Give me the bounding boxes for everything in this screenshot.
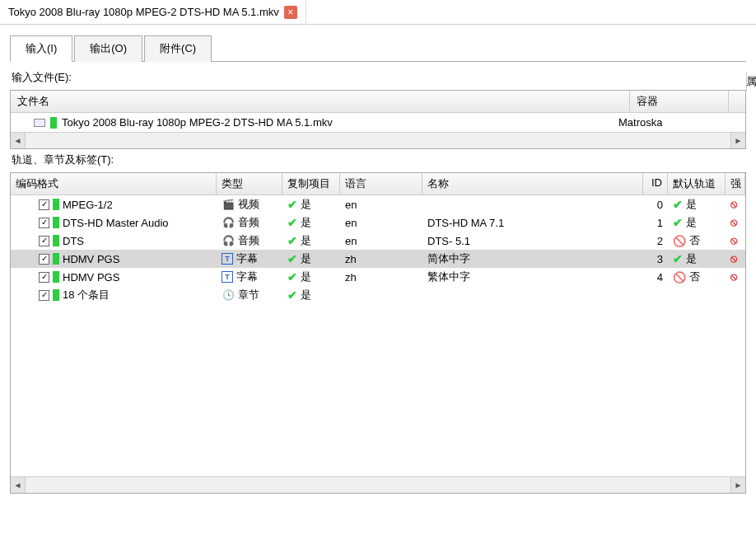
tab-output[interactable]: 输出(O) xyxy=(74,35,142,62)
track-type: 音频 xyxy=(238,215,259,230)
tracks-scrollbar[interactable]: ◄ ► xyxy=(11,476,745,493)
track-type: 字幕 xyxy=(236,251,258,266)
track-lang: zh xyxy=(340,271,422,284)
file-container: Matroska xyxy=(618,116,717,129)
track-codec: 18 个条目 xyxy=(63,288,110,302)
check-icon: ✔ xyxy=(287,198,297,211)
input-files-label: 输入文件(E): xyxy=(12,70,746,85)
document-tab-title: Tokyo 2008 Blu-ray 1080p MPEG-2 DTS-HD M… xyxy=(8,6,279,18)
tab-attachments[interactable]: 附件(C) xyxy=(144,35,212,62)
track-row[interactable]: HDMV PGST字幕✔是zh简体中字3✔是⦸ xyxy=(11,250,745,268)
track-lang: en xyxy=(340,217,422,229)
col-id[interactable]: ID xyxy=(643,173,668,195)
track-id: 2 xyxy=(643,235,668,247)
input-files-header: 文件名 容器 xyxy=(11,91,745,113)
track-codec: HDMV PGS xyxy=(63,253,119,265)
tracks-label: 轨道、章节及标签(T): xyxy=(12,152,746,167)
track-default: 否 xyxy=(689,233,700,248)
status-indicator-icon xyxy=(53,199,59,210)
check-icon: ✔ xyxy=(287,288,297,302)
scroll-left-icon[interactable]: ◄ xyxy=(11,133,26,148)
track-row[interactable]: 18 个条目🕓章节✔是 xyxy=(11,286,745,304)
track-default: 是 xyxy=(686,251,697,266)
status-indicator-icon xyxy=(53,235,59,246)
track-checkbox[interactable] xyxy=(39,199,49,210)
track-checkbox[interactable] xyxy=(39,254,49,265)
track-default: 是 xyxy=(686,197,697,212)
track-type: 视频 xyxy=(238,197,259,212)
check-icon: ✔ xyxy=(287,216,297,229)
track-name: DTS-HD MA 7.1 xyxy=(422,217,643,229)
tracks-header: 编码格式 类型 复制项目 语言 名称 ID 默认轨道 强 xyxy=(11,173,745,195)
track-row[interactable]: HDMV PGST字幕✔是zh繁体中字4🚫否⦸ xyxy=(11,268,745,286)
col-container[interactable]: 容器 xyxy=(630,91,729,112)
track-type: 音频 xyxy=(238,233,259,248)
track-lang: en xyxy=(340,199,422,211)
forced-icon: ⦸ xyxy=(730,270,737,284)
sub-icon: T xyxy=(222,253,233,265)
check-icon: ✔ xyxy=(673,252,683,265)
track-checkbox[interactable] xyxy=(39,272,49,283)
col-spacer xyxy=(729,91,745,112)
track-codec: HDMV PGS xyxy=(63,271,119,284)
track-id: 0 xyxy=(643,199,668,211)
track-row[interactable]: DTS🎧音频✔是enDTS- 5.12🚫否⦸ xyxy=(11,232,745,250)
forced-icon: ⦸ xyxy=(730,216,737,229)
col-type[interactable]: 类型 xyxy=(217,173,282,195)
track-codec: DTS xyxy=(63,235,84,247)
track-lang: zh xyxy=(340,253,422,265)
check-icon: ✔ xyxy=(673,198,683,211)
track-copy: 是 xyxy=(301,251,311,266)
col-lang[interactable]: 语言 xyxy=(340,173,422,195)
track-default: 是 xyxy=(686,215,697,230)
document-tab[interactable]: Tokyo 2008 Blu-ray 1080p MPEG-2 DTS-HD M… xyxy=(0,0,306,24)
track-name: 繁体中字 xyxy=(422,270,643,284)
forced-icon: ⦸ xyxy=(730,252,737,265)
files-scrollbar[interactable]: ◄ ► xyxy=(11,132,745,148)
scroll-left-icon[interactable]: ◄ xyxy=(11,477,26,493)
forced-icon: ⦸ xyxy=(730,234,737,247)
close-icon[interactable]: × xyxy=(284,6,297,19)
check-icon: ✔ xyxy=(287,270,297,284)
chap-icon: 🕓 xyxy=(222,289,235,301)
scroll-right-icon[interactable]: ► xyxy=(730,477,745,493)
deny-icon: 🚫 xyxy=(673,235,686,247)
deny-icon: 🚫 xyxy=(673,271,686,284)
track-name: 简体中字 xyxy=(422,251,643,266)
file-icon xyxy=(34,119,45,127)
col-default[interactable]: 默认轨道 xyxy=(668,173,726,195)
col-codec[interactable]: 编码格式 xyxy=(11,173,217,195)
track-copy: 是 xyxy=(301,288,311,302)
col-filename[interactable]: 文件名 xyxy=(11,91,630,112)
col-name[interactable]: 名称 xyxy=(422,173,643,195)
video-icon: 🎬 xyxy=(222,199,235,210)
track-id: 1 xyxy=(643,217,668,229)
track-checkbox[interactable] xyxy=(39,218,49,228)
track-row[interactable]: DTS-HD Master Audio🎧音频✔是enDTS-HD MA 7.11… xyxy=(11,213,745,232)
file-row[interactable]: Tokyo 2008 Blu-ray 1080p MPEG-2 DTS-HD M… xyxy=(11,113,745,132)
col-copy[interactable]: 复制项目 xyxy=(282,173,340,195)
tab-input[interactable]: 输入(I) xyxy=(10,35,72,62)
status-indicator-icon xyxy=(53,217,59,228)
col-forced[interactable]: 强 xyxy=(726,173,745,195)
file-name: Tokyo 2008 Blu-ray 1080p MPEG-2 DTS-HD M… xyxy=(62,116,333,129)
track-checkbox[interactable] xyxy=(39,236,49,246)
check-icon: ✔ xyxy=(287,234,297,247)
scroll-right-icon[interactable]: ► xyxy=(730,133,745,148)
sub-icon: T xyxy=(222,271,233,283)
track-default: 否 xyxy=(689,270,700,284)
check-icon: ✔ xyxy=(287,252,297,265)
track-copy: 是 xyxy=(301,197,311,212)
track-row[interactable]: MPEG-1/2🎬视频✔是en0✔是⦸ xyxy=(11,195,745,213)
status-indicator-icon xyxy=(53,289,59,301)
track-copy: 是 xyxy=(301,215,311,230)
track-type: 章节 xyxy=(238,288,259,302)
track-id: 4 xyxy=(643,271,668,284)
track-checkbox[interactable] xyxy=(39,290,49,301)
track-name: DTS- 5.1 xyxy=(422,235,643,247)
track-id: 3 xyxy=(643,253,668,265)
properties-label: 属 xyxy=(746,74,756,89)
main-tab-strip: 输入(I) 输出(O) 附件(C) xyxy=(10,35,746,62)
check-icon: ✔ xyxy=(673,216,683,229)
track-type: 字幕 xyxy=(236,270,258,284)
